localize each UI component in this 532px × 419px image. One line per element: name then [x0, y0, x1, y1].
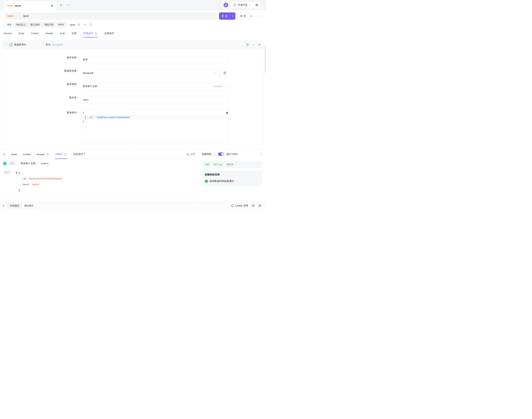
- request-more-button[interactable]: ⋯: [256, 13, 261, 20]
- response-tabs: Body Cookie Header 9 控制台 2 实际请求 分享: [0, 150, 198, 159]
- method-label: POST: [7, 15, 14, 17]
- segment-mock[interactable]: Mock: [56, 22, 66, 27]
- status-bar: « 文档模式 调试模式 Cookie 管理: [0, 202, 266, 210]
- required-asterisk: *: [77, 69, 78, 72]
- query-condition-editor[interactable]: { "_id": "654879e1544924f2b6486e66" }: [80, 109, 228, 143]
- console-log-result: 操作 ‹ { "_id" : "654879e1544924f2b6486e66…: [0, 168, 198, 195]
- main-scrollbar-thumb[interactable]: [265, 46, 266, 73]
- request-row: POST /post 发送 保存 ⋯: [4, 13, 261, 20]
- method-selector[interactable]: POST: [4, 13, 20, 20]
- tab-list-more-button[interactable]: ⋯: [67, 4, 70, 6]
- mode-doc[interactable]: 文档模式: [7, 203, 22, 208]
- collapse-sidebar-button[interactable]: «: [3, 204, 4, 207]
- tab-actual-request[interactable]: 实际请求: [73, 150, 85, 159]
- required-asterisk: *: [77, 111, 78, 114]
- json-row: "_id" : "654879e1544924f2b6486e66" ,: [21, 176, 64, 182]
- tab-response-header[interactable]: Header 9: [37, 150, 49, 159]
- json-row: "name" : "Apifox": [21, 182, 64, 187]
- segment-response-def[interactable]: 响应定义: [14, 22, 28, 27]
- json-tree: { "_id" : "654879e1544924f2b6486e66" , "…: [15, 170, 64, 193]
- share-button[interactable]: 分享: [186, 153, 195, 156]
- manage-connections-button[interactable]: [221, 69, 228, 77]
- segment-request[interactable]: 请求: [5, 22, 14, 27]
- send-button-label: 发送: [219, 15, 231, 18]
- code-line: }: [80, 119, 228, 124]
- code-icon[interactable]: </>: [83, 24, 86, 26]
- operation-more-button[interactable]: ⋯: [252, 44, 255, 45]
- operation-type-select[interactable]: 查询单个文档 findOne: [80, 83, 228, 90]
- tab-console[interactable]: 控制台 2: [55, 150, 67, 159]
- check-square-icon[interactable]: [9, 43, 13, 46]
- tab-cookie[interactable]: Cookie: [31, 29, 39, 38]
- save-options-chevron[interactable]: [249, 15, 254, 17]
- panel-resize-handle[interactable]: ⋯: [0, 145, 266, 147]
- db-operation-action: 查询: [46, 43, 51, 46]
- sync-icon[interactable]: [224, 3, 228, 7]
- operation-name-input[interactable]: 查询: [80, 56, 228, 63]
- tab-params[interactable]: Params: [3, 29, 12, 38]
- chevron-down-icon: [215, 72, 217, 74]
- segment-api-doc[interactable]: 接口说明: [28, 22, 42, 27]
- tab-settings[interactable]: 设置: [72, 29, 77, 38]
- proxy-cert-button[interactable]: [252, 204, 255, 207]
- operation-enabled-toggle[interactable]: [243, 43, 249, 46]
- field-label-collection: 集合名*: [2, 96, 80, 103]
- send-options-chevron[interactable]: [230, 15, 235, 17]
- save-button-label: 保存: [238, 15, 250, 18]
- db-connection-select[interactable]: MongoDB: [80, 69, 220, 77]
- tab-response-header-label: Header: [37, 153, 45, 156]
- help-icon[interactable]: ?: [213, 153, 216, 156]
- db-operation-card: 数据库操作 查询 MongoDB ⋯ 操作名称* 查询 数据库连接* Mongo…: [2, 40, 264, 145]
- top-tab-bar: POST /post + ⋯ 开 开发环境: [0, 0, 266, 10]
- environment-badge: 开: [233, 3, 236, 7]
- db-operation-title: 数据库操作: [14, 43, 26, 46]
- chevron-down-icon: [224, 86, 226, 87]
- validation-result-text: 返回数据结构校验通过: [209, 180, 234, 183]
- tab-response-body[interactable]: Body: [12, 150, 17, 159]
- info-icon: i: [3, 162, 7, 165]
- cookie-manager-button[interactable]: Cookie 管理: [231, 204, 248, 207]
- tab-body[interactable]: Body: [19, 29, 24, 38]
- tab-pre-operations[interactable]: 前置操作 1: [83, 29, 98, 38]
- console-panel: Body Cookie Header 9 控制台 2 实际请求 分享: [0, 150, 198, 202]
- share-icon: [186, 153, 189, 156]
- app-menu-button[interactable]: [253, 2, 260, 8]
- collection-name-input[interactable]: users: [80, 96, 228, 103]
- link-icon[interactable]: [78, 23, 80, 26]
- validation-toggle[interactable]: [218, 153, 224, 156]
- db-operation-form: 操作名称* 查询 数据库连接* MongoDB 操作类型*: [2, 49, 263, 143]
- drag-handle-icon[interactable]: [5, 43, 7, 46]
- request-tab[interactable]: POST /post: [4, 1, 56, 10]
- db-connection-value: MongoDB: [83, 72, 93, 74]
- tab-header[interactable]: Header: [45, 29, 53, 38]
- url-input[interactable]: /post: [20, 15, 217, 17]
- chevron-down-icon[interactable]: [260, 153, 262, 155]
- response-area: Body Cookie Header 9 控制台 2 实际请求 分享: [0, 150, 266, 202]
- collapse-panel-chevron[interactable]: [3, 154, 5, 155]
- tab-auth[interactable]: Auth: [60, 29, 65, 38]
- console-log-operation: i 操作 › 查询单个文档 users: [0, 159, 198, 168]
- check-circle-icon: [205, 180, 208, 183]
- new-tab-button[interactable]: +: [60, 3, 62, 7]
- save-button[interactable]: 保存: [237, 13, 254, 20]
- required-asterisk: *: [77, 96, 78, 99]
- layout-columns-icon[interactable]: [89, 24, 92, 26]
- log-tag: 操作: [8, 161, 16, 166]
- help-button[interactable]: [258, 204, 261, 207]
- question-circle-icon: [258, 204, 261, 207]
- expand-triangle-icon[interactable]: [15, 172, 17, 174]
- tab-response-cookie[interactable]: Cookie: [23, 150, 31, 159]
- collapse-chevron-icon[interactable]: [258, 44, 260, 45]
- unsaved-indicator-dot: [51, 5, 53, 7]
- url-box: POST /post: [4, 13, 217, 20]
- tab-post-operations[interactable]: 后置操作: [104, 29, 114, 38]
- mode-debug[interactable]: 调试模式: [22, 203, 36, 208]
- segment-preview-doc[interactable]: 预览文档: [42, 22, 56, 27]
- environment-selector[interactable]: 开 开发环境: [231, 3, 253, 7]
- tab-actual-request-label: 实际请求: [73, 153, 83, 156]
- editor-scrollbar-thumb[interactable]: [226, 112, 228, 114]
- cookie-icon: [231, 204, 234, 207]
- validation-status: 成功 (200): [226, 153, 238, 156]
- chevron-right-icon: ›: [18, 162, 19, 165]
- send-button[interactable]: 发送: [219, 13, 235, 20]
